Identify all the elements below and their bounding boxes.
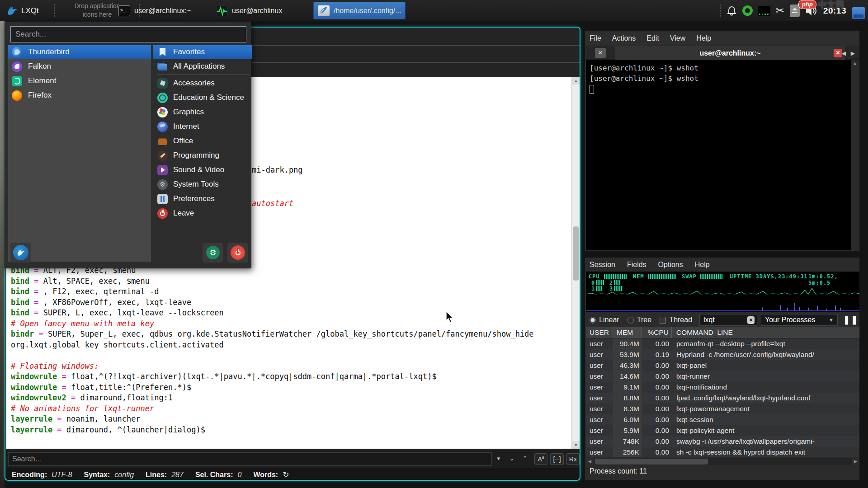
process-table[interactable]: USER MEM ▼ %CPU COMMAND_LINE user90.4M0.…	[586, 327, 859, 457]
menu-view[interactable]: View	[670, 34, 685, 42]
scroll-up-icon[interactable]: ▲	[572, 77, 580, 84]
col-cpu[interactable]: %CPU	[642, 327, 672, 338]
menu-search-input[interactable]	[10, 26, 246, 42]
editor-search-input[interactable]	[8, 452, 492, 466]
pause-button[interactable]: ❚❚	[843, 315, 859, 325]
process-row[interactable]: user14.6M0.00lxqt-runner	[586, 371, 859, 382]
about-lxqt-button[interactable]	[10, 243, 31, 263]
menu-item-thunderbird[interactable]: Thunderbird	[8, 45, 151, 59]
regex-button[interactable]: Rx	[566, 453, 580, 465]
process-row[interactable]: user53.9M0.19Hyprland -c /home/user/.con…	[586, 349, 859, 360]
taskbar-item-terminal[interactable]: >_ user@archlinux:~	[114, 2, 195, 19]
category-sound-video[interactable]: Sound & Video	[153, 163, 252, 177]
keyboard-layout-icon[interactable]	[852, 7, 865, 19]
firefox-icon	[12, 90, 22, 101]
element-icon	[12, 76, 22, 86]
category-accessories[interactable]: Accessories	[153, 76, 252, 90]
volume-speaker-icon[interactable]	[805, 5, 818, 17]
category-favorites[interactable]: Favorites	[153, 45, 252, 59]
process-row[interactable]: user8.3M0.00lxqt-powermanagement	[586, 404, 859, 414]
education-science-icon	[157, 93, 168, 103]
scroll-down-icon[interactable]: ▼	[572, 441, 580, 449]
process-row[interactable]: user5.9M0.00lxqt-policykit-agent	[586, 425, 859, 436]
tab-close-icon[interactable]: ✕	[834, 49, 842, 57]
category-all-applications[interactable]: All Applications	[153, 59, 252, 74]
qps-horizontal-scrollbar[interactable]: ◀ ▶	[586, 458, 859, 465]
office-icon	[157, 136, 168, 146]
scroll-right-icon[interactable]: ▶	[852, 458, 859, 465]
process-row[interactable]: user90.4M0.00pcmanfm-qt --desktop --prof…	[586, 338, 859, 349]
menu-options[interactable]: Options	[658, 261, 683, 269]
app-menu-label: LXQt	[21, 6, 39, 15]
col-command-line[interactable]: COMMAND_LINE	[672, 327, 859, 338]
cpu-graph-icon[interactable]	[758, 6, 770, 16]
process-row[interactable]: user6.0M0.00lxqt-session	[586, 414, 859, 425]
menu-edit[interactable]: Edit	[646, 34, 659, 42]
search-next-icon[interactable]: ⌄	[505, 453, 518, 465]
terminal-tab[interactable]: user@archlinux:~ ✕	[615, 46, 845, 60]
power-icon	[231, 245, 245, 260]
category-graphics[interactable]: Graphics	[153, 105, 252, 119]
tree-radio[interactable]	[627, 317, 634, 324]
category-programming[interactable]: Programming	[153, 148, 252, 163]
category-leave[interactable]: Leave	[153, 206, 252, 221]
menu-fields[interactable]: Fields	[627, 261, 646, 269]
encoding-label: Encoding:	[12, 471, 47, 479]
scrollbar-thumb[interactable]	[573, 226, 579, 281]
process-scope-dropdown[interactable]: Your Processes ▼	[761, 314, 838, 326]
screenshot-scissors-icon[interactable]: ✂	[776, 5, 784, 17]
menu-help[interactable]: Help	[696, 34, 711, 42]
menu-actions[interactable]: Actions	[612, 34, 636, 42]
core2-bar	[614, 280, 620, 285]
col-user[interactable]: USER	[586, 327, 613, 338]
process-row[interactable]: user748K0.00swaybg -i /usr/share/lxqt/wa…	[586, 436, 859, 447]
code-line: # Floating windows:	[11, 361, 534, 372]
category-office[interactable]: Office	[153, 134, 252, 148]
removable-media-eject-icon[interactable]	[790, 5, 800, 17]
search-prev-icon[interactable]: ⌃	[519, 453, 532, 465]
category-education-science[interactable]: Education & Science	[153, 90, 252, 105]
menu-item-falkon[interactable]: Falkon	[8, 59, 151, 74]
clear-filter-icon[interactable]: ✕	[747, 316, 755, 324]
process-row[interactable]: user46.3M0.00lxqt-panel	[586, 360, 859, 371]
thread-checkbox[interactable]	[660, 317, 666, 324]
process-row[interactable]: user8.8M0.00fpad .config/lxqt/wayland/lx…	[586, 393, 859, 404]
close-tab-button[interactable]: ✕	[595, 48, 606, 58]
linear-radio[interactable]	[590, 317, 596, 324]
refresh-words-icon[interactable]: ↻	[283, 470, 289, 479]
menu-help[interactable]: Help	[695, 261, 710, 269]
terminal-output[interactable]: [user@archlinux ~]$ wshot [user@archlinu…	[586, 60, 851, 250]
menu-item-element[interactable]: Element	[8, 74, 151, 88]
menu-item-firefox[interactable]: Firefox	[8, 88, 151, 103]
scrollbar-thumb[interactable]	[595, 459, 708, 465]
menu-session[interactable]: Session	[590, 261, 615, 269]
category-system-tools[interactable]: System Tools	[153, 177, 252, 192]
scroll-up-icon[interactable]: ▲	[851, 60, 859, 66]
words-label: Words:	[253, 471, 278, 479]
process-row[interactable]: user256K0.00sh -c lxqt-session && hyprct…	[586, 447, 859, 457]
col-mem[interactable]: MEM ▼	[613, 327, 642, 338]
tab-scroll-right-icon[interactable]: ▶	[851, 50, 855, 56]
app-menu-button[interactable]: LXQt	[3, 0, 42, 21]
table-header-row[interactable]: USER MEM ▼ %CPU COMMAND_LINE	[586, 327, 859, 338]
category-internet[interactable]: Internet	[153, 119, 252, 134]
scroll-left-icon[interactable]: ◀	[586, 458, 594, 465]
resource-monitor-icon[interactable]	[742, 5, 753, 16]
clock[interactable]: 20:13	[823, 6, 846, 16]
editor-scrollbar[interactable]: ▲ ▼	[571, 77, 580, 449]
taskbar-item-qps[interactable]: user@archlinux	[212, 2, 287, 19]
match-case-button[interactable]: Aª	[534, 453, 547, 465]
taskbar-item-featherpad[interactable]: /home/user/.config/...	[313, 2, 406, 19]
notifications-bell-icon[interactable]	[726, 5, 737, 16]
whole-word-button[interactable]: [··]	[550, 453, 563, 465]
uptime-text: UPTIME 3DAYS,23:49:31	[730, 273, 808, 280]
process-row[interactable]: user9.1M0.00lxqt-notificationd	[586, 382, 859, 393]
menu-file[interactable]: File	[590, 34, 601, 42]
tab-scroll-left-icon[interactable]: ◀	[842, 50, 846, 56]
sound-video-icon	[157, 165, 168, 175]
search-history-dropdown-icon[interactable]: ▾	[492, 453, 505, 465]
leave-button[interactable]	[227, 243, 248, 263]
category-preferences[interactable]: Preferences	[153, 192, 252, 206]
configure-menu-button[interactable]: ⚙	[203, 243, 223, 263]
terminal-scrollbar[interactable]: ▲	[851, 60, 859, 250]
